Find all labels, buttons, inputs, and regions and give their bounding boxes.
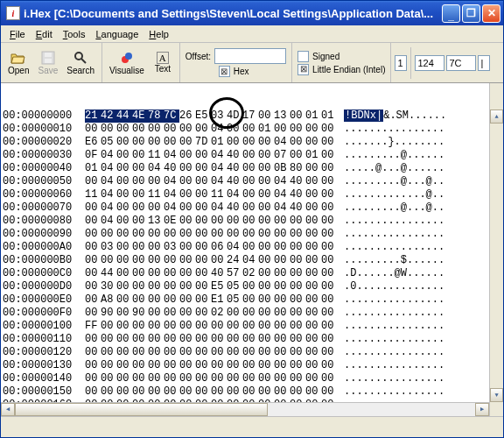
hex-byte[interactable]: 04 xyxy=(148,162,164,175)
hex-byte[interactable]: 00 xyxy=(179,175,195,188)
hex-byte[interactable]: 00 xyxy=(132,123,148,136)
hex-byte[interactable]: 00 xyxy=(227,372,242,385)
hex-byte[interactable]: 00 xyxy=(290,293,305,307)
hex-byte[interactable]: 00 xyxy=(179,162,195,175)
hex-byte[interactable]: 40 xyxy=(227,149,242,162)
hex-byte[interactable]: 00 xyxy=(242,293,258,307)
hex-byte[interactable]: 00 xyxy=(274,320,290,333)
hex-byte[interactable]: 00 xyxy=(195,123,211,136)
ascii-column[interactable]: ................ xyxy=(337,359,444,372)
hex-row[interactable]: 00:000000E000A8000000000000E105000000000… xyxy=(1,293,503,307)
hex-byte[interactable]: 00 xyxy=(179,333,195,346)
hex-row[interactable]: 00:0000013000000000000000000000000000000… xyxy=(1,359,503,372)
hex-byte[interactable]: 00 xyxy=(101,372,116,385)
hex-byte[interactable]: 00 xyxy=(242,385,258,399)
vertical-scrollbar[interactable]: ▲ ▼ xyxy=(489,83,503,416)
hex-byte[interactable]: 00 xyxy=(242,241,258,254)
hex-byte[interactable]: 00 xyxy=(195,333,211,346)
hex-byte[interactable]: 11 xyxy=(148,188,164,201)
hex-byte[interactable]: 04 xyxy=(274,136,290,149)
hex-byte[interactable]: 00 xyxy=(242,228,258,241)
hex-byte[interactable]: 00 xyxy=(164,267,179,280)
hex-byte[interactable]: 40 xyxy=(227,162,242,175)
ascii-column[interactable]: ................ xyxy=(337,320,444,333)
hex-byte[interactable]: 04 xyxy=(164,175,179,188)
field-ascii[interactable] xyxy=(478,55,490,71)
hex-byte[interactable]: 00 xyxy=(179,346,195,359)
hex-byte[interactable]: 00 xyxy=(305,267,321,280)
hex-byte[interactable]: 00 xyxy=(132,346,148,359)
hex-byte[interactable]: 00 xyxy=(305,188,321,201)
hex-byte[interactable]: 00 xyxy=(164,333,179,346)
hex-byte[interactable]: 00 xyxy=(242,149,258,162)
hex-row[interactable]: 00:0000006011040000110400001104000004400… xyxy=(1,188,503,201)
hex-byte[interactable]: 00 xyxy=(179,359,195,372)
hex-byte[interactable]: 00 xyxy=(164,280,179,293)
hex-byte[interactable]: FF xyxy=(85,320,101,333)
hex-byte[interactable]: 01 xyxy=(305,149,321,162)
hex-byte[interactable]: 04 xyxy=(274,175,290,188)
hex-byte[interactable]: 00 xyxy=(164,385,179,399)
hex-byte[interactable]: 00 xyxy=(242,320,258,333)
hex-byte[interactable]: 00 xyxy=(290,149,305,162)
menu-edit[interactable]: Edit xyxy=(31,27,58,41)
hex-byte[interactable]: 00 xyxy=(290,241,305,254)
hex-byte[interactable]: 00 xyxy=(116,267,132,280)
hex-byte[interactable]: 00 xyxy=(321,188,337,201)
hex-byte[interactable]: 00 xyxy=(195,175,211,188)
hex-byte[interactable]: 13 xyxy=(148,215,164,228)
hex-byte[interactable]: 00 xyxy=(258,188,274,201)
endian-checkbox[interactable]: ⊠ xyxy=(298,64,309,75)
hex-byte[interactable]: 00 xyxy=(179,201,195,215)
menu-language[interactable]: Language xyxy=(90,27,144,41)
hex-byte[interactable]: 00 xyxy=(85,293,101,307)
menu-tools[interactable]: Tools xyxy=(58,27,91,41)
hex-byte[interactable]: 00 xyxy=(116,123,132,136)
hex-byte[interactable]: 00 xyxy=(164,372,179,385)
hex-byte[interactable]: 00 xyxy=(305,372,321,385)
hex-row[interactable]: 00:0000011000000000000000000000000000000… xyxy=(1,333,503,346)
hex-byte[interactable]: 40 xyxy=(290,188,305,201)
hex-byte[interactable]: 00 xyxy=(258,241,274,254)
hex-byte[interactable]: 00 xyxy=(195,254,211,267)
hex-byte[interactable]: 21 xyxy=(85,110,101,123)
hex-byte[interactable]: 04 xyxy=(211,162,227,175)
ascii-column[interactable]: .........@...... xyxy=(337,149,444,162)
hex-byte[interactable]: 00 xyxy=(116,333,132,346)
hex-byte[interactable]: 00 xyxy=(164,359,179,372)
hex-byte[interactable]: 00 xyxy=(132,136,148,149)
hex-byte[interactable]: 00 xyxy=(274,123,290,136)
hex-byte[interactable]: 00 xyxy=(148,267,164,280)
hex-byte[interactable]: 04 xyxy=(101,175,116,188)
hex-byte[interactable]: 00 xyxy=(242,215,258,228)
hex-byte[interactable]: 80 xyxy=(290,162,305,175)
hex-byte[interactable]: 00 xyxy=(116,136,132,149)
hex-byte[interactable]: 00 xyxy=(211,254,227,267)
hex-byte[interactable]: 00 xyxy=(116,188,132,201)
hex-byte[interactable]: 00 xyxy=(258,385,274,399)
hex-byte[interactable]: 00 xyxy=(148,385,164,399)
ascii-column[interactable]: ................ xyxy=(337,123,444,136)
hex-byte[interactable]: 00 xyxy=(258,254,274,267)
hex-byte[interactable]: 00 xyxy=(227,136,242,149)
hex-byte[interactable]: 90 xyxy=(101,307,116,320)
ascii-column[interactable]: ................ xyxy=(337,228,444,241)
hex-byte[interactable]: 00 xyxy=(195,293,211,307)
hex-byte[interactable]: 00 xyxy=(116,346,132,359)
hex-byte[interactable]: 00 xyxy=(305,385,321,399)
hex-byte[interactable]: 00 xyxy=(132,385,148,399)
hex-byte[interactable]: 00 xyxy=(274,241,290,254)
hex-byte[interactable]: 11 xyxy=(148,149,164,162)
hex-byte[interactable]: 00 xyxy=(321,307,337,320)
hex-byte[interactable]: 00 xyxy=(305,215,321,228)
hex-byte[interactable]: 00 xyxy=(179,228,195,241)
hex-byte[interactable]: 00 xyxy=(211,372,227,385)
ascii-column[interactable]: .........@...@.. xyxy=(337,175,444,188)
hex-byte[interactable]: 00 xyxy=(132,359,148,372)
hex-byte[interactable]: 00 xyxy=(116,201,132,215)
hex-byte[interactable]: 04 xyxy=(227,241,242,254)
hex-byte[interactable]: 00 xyxy=(116,320,132,333)
hex-byte[interactable]: 00 xyxy=(305,136,321,149)
hex-row[interactable]: 00:00000100FF000000000000000000000000000… xyxy=(1,320,503,333)
hex-byte[interactable]: 00 xyxy=(85,280,101,293)
